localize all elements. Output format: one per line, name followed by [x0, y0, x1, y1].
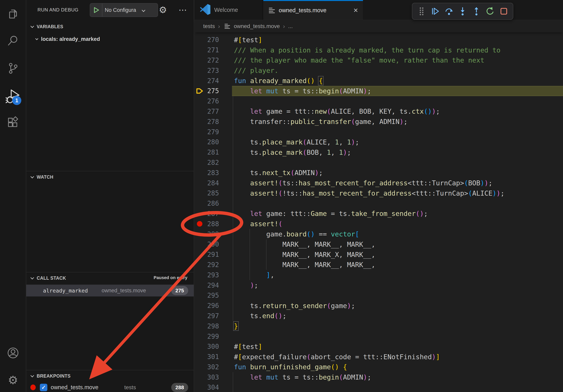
code-line[interactable]: 274fun already_marked() { [194, 76, 563, 86]
variables-scope-locals[interactable]: locals: already_marked [36, 34, 100, 44]
gutter[interactable]: 275 [194, 86, 234, 96]
code-line[interactable]: 302fun burn_unfinished_game() { [194, 362, 563, 372]
code-line[interactable]: 276 [194, 96, 563, 106]
gutter[interactable]: 271 [194, 45, 234, 55]
code-line[interactable]: 272/// the player who made the "false" m… [194, 55, 563, 65]
breadcrumb-item-tests[interactable]: tests [203, 23, 215, 29]
gutter[interactable]: 273 [194, 65, 234, 76]
gutter[interactable]: 284 [194, 178, 234, 188]
more-actions-icon[interactable]: ⋯ [179, 0, 187, 20]
code-line[interactable]: 290 MARK__, MARK__, MARK__, [194, 239, 563, 249]
gutter[interactable]: 293 [194, 270, 234, 280]
gutter[interactable]: 299 [194, 331, 234, 341]
gutter[interactable]: 283 [194, 168, 234, 178]
gutter[interactable]: 302 [194, 362, 234, 372]
tab-welcome[interactable]: Welcome [194, 0, 263, 20]
gutter[interactable]: 274 [194, 76, 234, 86]
code-line[interactable]: 298} [194, 321, 563, 331]
start-debug-icon[interactable] [90, 3, 102, 17]
source-control-icon[interactable] [0, 62, 26, 75]
code-line[interactable]: 287 let game: ttt::Game = ts.take_from_s… [194, 209, 563, 219]
code-line[interactable]: 293 ], [194, 270, 563, 280]
settings-gear-icon[interactable]: ⚙ [0, 373, 26, 387]
watch-section-header[interactable]: WATCH [26, 172, 194, 182]
code-line[interactable]: 294 ); [194, 280, 563, 290]
debug-settings-gear-icon[interactable]: ⚙ [159, 0, 167, 20]
step-out-icon[interactable] [472, 7, 481, 16]
code-line[interactable]: 288 assert!( [194, 219, 563, 229]
gutter[interactable]: 282 [194, 157, 234, 168]
gutter[interactable]: 301 [194, 352, 234, 362]
gutter[interactable]: 287 [194, 209, 234, 219]
breakpoints-section-header[interactable]: BREAKPOINTS [26, 371, 194, 381]
gutter[interactable]: 270 [194, 35, 234, 45]
code-line[interactable]: 301#[expected_failure(abort_code = ttt::… [194, 352, 563, 362]
code-line[interactable]: 304 [194, 382, 563, 392]
code-line[interactable]: 289 game.board() == vector[ [194, 229, 563, 239]
search-icon[interactable] [0, 34, 26, 47]
launch-configuration-dropdown[interactable]: No Configura [90, 3, 158, 17]
close-tab-icon[interactable]: ✕ [353, 7, 358, 14]
code-line[interactable]: 303 let mut ts = ts::begin(ADMIN); [194, 372, 563, 382]
code-line[interactable]: 281 ts.place_mark(BOB, 1, 1); [194, 147, 563, 157]
code-line[interactable]: 282 [194, 157, 563, 168]
gutter[interactable]: 303 [194, 372, 234, 382]
code-line[interactable]: 291 MARK__, MARK_X, MARK__, [194, 249, 563, 260]
call-stack-frame[interactable]: already_marked owned_tests.move 275 [26, 285, 194, 297]
gutter[interactable]: 297 [194, 311, 234, 321]
code-line[interactable]: 285 assert!(!ts::has_most_recent_for_add… [194, 188, 563, 198]
explorer-icon[interactable] [0, 7, 26, 21]
code-line[interactable]: 275 let mut ts = ts::begin(ADMIN); [194, 86, 563, 96]
code-line[interactable]: 270#[test] [194, 35, 563, 45]
gutter[interactable]: 304 [194, 382, 234, 392]
step-into-icon[interactable] [458, 7, 467, 16]
code-line[interactable]: 273/// player. [194, 65, 563, 76]
continue-icon[interactable] [431, 7, 440, 16]
code-line[interactable]: 292 MARK__, MARK__, MARK__, [194, 260, 563, 270]
gutter[interactable]: 280 [194, 137, 234, 147]
gutter[interactable]: 291 [194, 249, 234, 260]
code-line[interactable]: 278 transfer::public_transfer(game, ADMI… [194, 117, 563, 127]
gutter[interactable]: 288 [194, 219, 234, 229]
gutter[interactable]: 292 [194, 260, 234, 270]
code-line[interactable]: 280 ts.place_mark(ALICE, 1, 1); [194, 137, 563, 147]
breadcrumb-item-file[interactable]: owned_tests.move [234, 23, 280, 29]
gutter[interactable]: 300 [194, 341, 234, 352]
code-line[interactable]: 284 assert!(ts::has_most_recent_for_addr… [194, 178, 563, 188]
step-over-icon[interactable] [445, 7, 454, 16]
tab-owned-tests-move[interactable]: owned_tests.move ✕ [263, 0, 363, 20]
restart-icon[interactable] [486, 7, 495, 16]
accounts-icon[interactable] [0, 346, 26, 360]
gutter[interactable]: 281 [194, 147, 234, 157]
breadcrumb-item-symbol[interactable]: ... [288, 23, 293, 29]
variables-section-header[interactable]: VARIABLES [26, 21, 194, 32]
gutter[interactable]: 289 [194, 229, 234, 239]
gutter[interactable]: 285 [194, 188, 234, 198]
gutter[interactable]: 279 [194, 127, 234, 137]
gutter[interactable]: 294 [194, 280, 234, 290]
gutter[interactable]: 277 [194, 106, 234, 117]
stop-icon[interactable] [499, 7, 508, 16]
code-line[interactable]: 295 [194, 290, 563, 301]
gutter[interactable]: 296 [194, 301, 234, 311]
gutter[interactable]: 286 [194, 198, 234, 209]
code-line[interactable]: 277 let game = ttt::new(ALICE, BOB, KEY,… [194, 106, 563, 117]
gutter[interactable]: 278 [194, 117, 234, 127]
code-line[interactable]: 279 [194, 127, 563, 137]
code-line[interactable]: 297 ts.end(); [194, 311, 563, 321]
code-area[interactable]: 270#[test]271/// When a position is alre… [194, 32, 563, 392]
gutter[interactable]: 298 [194, 321, 234, 331]
code-line[interactable]: 296 ts.return_to_sender(game); [194, 301, 563, 311]
code-line[interactable]: 286 [194, 198, 563, 209]
extensions-icon[interactable] [0, 116, 26, 129]
code-line[interactable]: 299 [194, 331, 563, 341]
gutter[interactable]: 276 [194, 96, 234, 106]
breakpoint-enabled-checkbox[interactable]: ✓ [40, 384, 47, 391]
drag-handle-icon[interactable] [417, 7, 426, 16]
code-line[interactable]: 271/// When a position is already marked… [194, 45, 563, 55]
gutter[interactable]: 290 [194, 239, 234, 249]
gutter[interactable]: 295 [194, 290, 234, 301]
code-line[interactable]: 283 ts.next_tx(ADMIN); [194, 168, 563, 178]
code-line[interactable]: 300#[test] [194, 341, 563, 352]
gutter[interactable]: 272 [194, 55, 234, 65]
